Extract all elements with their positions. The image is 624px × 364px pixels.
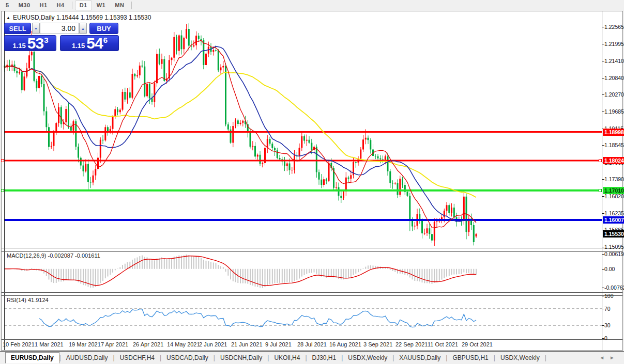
price-axis-label: 1.21410	[604, 58, 624, 64]
chart-tab-usdcad-daily[interactable]: USDCAD,Daily	[161, 353, 214, 363]
level-line-handle[interactable]	[1, 159, 4, 162]
level-line-handle[interactable]	[599, 159, 602, 162]
rsi-axis-label: 0	[604, 335, 607, 341]
price-level-label: 1.18998	[603, 129, 624, 136]
rsi-indicator-label: RSI(14) 41.9124	[7, 297, 49, 303]
chart-tab-gbpusd-h1[interactable]: GBPUSD,H1	[447, 353, 493, 363]
time-axis-label: 22 Sep 2021	[395, 341, 428, 347]
time-axis-label: 14 May 2021	[167, 341, 200, 347]
time-axis-label: 16 Aug 2021	[329, 341, 361, 347]
time-axis-label: 19 Mar 2021	[69, 341, 101, 347]
sell-button[interactable]: SELL	[4, 23, 31, 34]
buy-price-sup: 6	[103, 37, 108, 43]
collapse-panel-icon[interactable]: ▲	[6, 15, 10, 20]
time-axis-label: 9 Jul 2021	[265, 341, 292, 347]
sell-price-big: 53	[27, 37, 43, 50]
price-axis-label: 1.19685	[604, 108, 624, 115]
price-axis-label: 1.20840	[604, 75, 624, 81]
timeframe-button-w1[interactable]: W1	[92, 1, 111, 10]
time-axis-label: 2 Jun 2021	[199, 341, 227, 347]
price-level-label: 1.16007	[603, 216, 624, 224]
buy-price-small: 1.15	[72, 41, 85, 50]
macd-panel-separator[interactable]	[2, 248, 622, 248]
volume-input[interactable]	[40, 23, 79, 34]
macd-panel-separator-inner	[2, 251, 622, 252]
price-axis-label: 1.17390	[604, 176, 624, 182]
level-line-handle[interactable]	[599, 189, 602, 192]
chart-tab-ukoil-h4[interactable]: UKOil,H4	[269, 353, 305, 363]
timeframe-button-5[interactable]: 5	[1, 1, 14, 10]
one-click-trading-panel: SELL ▼ ▲ BUY 1.15 53 3 1.15 54 6	[4, 23, 119, 51]
chart-tab-usdx-weekly[interactable]: USDX,Weekly	[343, 353, 392, 363]
plot-left-border	[4, 11, 5, 350]
price-axis-label: 1.18545	[604, 142, 624, 148]
symbol-tabbar: EURUSD,Daily|AUDUSD,Daily|USDCHF,H4|USDC…	[0, 351, 624, 364]
chart-tab-eurusd-daily[interactable]: EURUSD,Daily	[5, 352, 59, 363]
chart-window[interactable]	[1, 11, 623, 351]
price-axis-label: 1.16235	[604, 210, 624, 216]
time-axis-label: 26 Apr 2021	[133, 341, 163, 347]
price-axis-separator	[602, 11, 602, 350]
timeframe-button-h4[interactable]: H4	[52, 1, 69, 10]
chart-tab-usdchf-h4[interactable]: USDCHF,H4	[115, 353, 160, 363]
time-axis-label: 1 Mar 2021	[35, 341, 64, 347]
tabbar-scroll-arrows[interactable]: ◄►	[599, 355, 620, 360]
price-axis-label: 1.15095	[604, 244, 624, 250]
price-axis-label: 1.20270	[604, 91, 624, 98]
chart-title-text: EURUSD,Daily 1.15444 1.15569 1.15393 1.1…	[13, 14, 151, 21]
macd-indicator-label: MACD(12,26,9) -0.002087 -0.001611	[7, 252, 100, 259]
price-axis-label: 1.22565	[604, 24, 624, 30]
volume-decrease-button[interactable]: ▼	[32, 23, 40, 34]
buy-price-big: 54	[86, 37, 102, 50]
buy-price-box[interactable]: 1.15 54 6	[60, 35, 119, 51]
rsi-axis-label: 70	[604, 306, 611, 312]
toolbar-separator	[72, 2, 72, 9]
chart-tab-audusd-daily[interactable]: AUDUSD,Daily	[61, 353, 113, 363]
volume-increase-button[interactable]: ▲	[79, 23, 87, 34]
rsi-axis-label: 100	[604, 293, 614, 299]
time-axis-separator	[2, 339, 622, 340]
time-axis-label: 28 Jul 2021	[297, 341, 327, 347]
price-level-label: 1.17010	[603, 187, 624, 194]
level-line-handle[interactable]	[1, 189, 4, 192]
macd-axis-label: -0.00762	[604, 284, 624, 291]
sell-price-sup: 3	[44, 37, 48, 43]
time-axis-label: 7 Apr 2021	[101, 341, 128, 347]
timeframe-button-mn[interactable]: MN	[110, 1, 129, 10]
time-axis-label: 10 Feb 2021	[3, 341, 35, 347]
price-axis-label: 1.21995	[604, 41, 624, 47]
macd-axis-label: 0.006193	[604, 251, 624, 257]
toolbar-separator	[131, 2, 132, 9]
chart-tab-dj30-h1[interactable]: DJ30,H1	[307, 353, 342, 363]
sell-price-box[interactable]: 1.15 53 3	[4, 35, 56, 51]
rsi-axis-label: 30	[604, 322, 611, 328]
chart-tab-usdx-weekly[interactable]: USDX,Weekly	[495, 353, 545, 363]
sell-price-small: 1.15	[12, 41, 25, 50]
chart-tab-usdcnh-daily[interactable]: USDCNH,Daily	[215, 353, 267, 363]
current-price-label: 1.15530	[603, 230, 624, 238]
time-axis-label: 29 Oct 2021	[462, 341, 493, 347]
chart-tab-xauusd-daily[interactable]: XAUUSD,Daily	[394, 353, 446, 363]
mt4-terminal: 5M30H1H4D1W1MN ▲EURUSD,Daily 1.15444 1.1…	[0, 0, 624, 364]
chart-title: ▲EURUSD,Daily 1.15444 1.15569 1.15393 1.…	[6, 14, 151, 21]
macd-axis-label: 0.00	[604, 266, 615, 272]
tab-separator: |	[545, 354, 546, 361]
price-level-label: 1.18024	[603, 157, 624, 164]
timeframe-button-m30[interactable]: M30	[14, 1, 35, 10]
time-axis-label: 21 Jun 2021	[231, 341, 263, 347]
time-axis-label: 3 Sep 2021	[363, 341, 392, 347]
timeframe-button-d1[interactable]: D1	[75, 1, 92, 10]
time-axis-label: 11 Oct 2021	[428, 341, 458, 347]
rsi-panel-separator[interactable]	[2, 292, 622, 293]
timeframe-button-h1[interactable]: H1	[35, 1, 52, 10]
rsi-panel-separator-inner	[2, 295, 622, 296]
buy-button[interactable]: BUY	[89, 23, 118, 34]
timeframe-toolbar: 5M30H1H4D1W1MN	[0, 0, 624, 10]
